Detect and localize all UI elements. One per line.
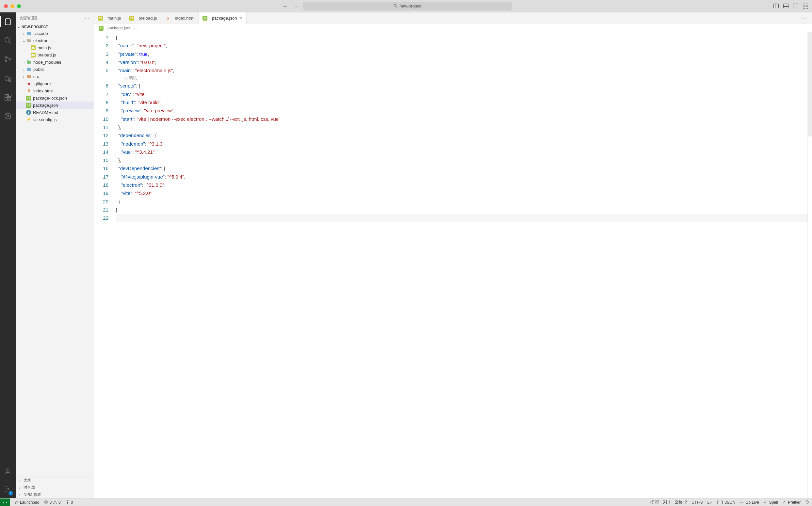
activity-remote-explorer[interactable] xyxy=(0,110,16,122)
window-controls xyxy=(4,4,21,8)
code-line: } xyxy=(116,206,807,214)
file-row[interactable]: ⬡package-lock.json xyxy=(16,94,94,101)
explorer-root[interactable]: ⌄ NEW-PROJECT xyxy=(16,24,94,30)
toggle-primary-sidebar-icon[interactable] xyxy=(773,4,779,8)
activity-settings[interactable]: 1 xyxy=(0,483,16,495)
file-row[interactable]: ◆.gitignore xyxy=(16,80,94,87)
codelens-debug[interactable]: ▷调试 xyxy=(116,74,807,82)
activity-debug[interactable] xyxy=(0,73,16,84)
status-launchpad-label: Launchpad xyxy=(20,500,39,505)
minimap-thumb[interactable] xyxy=(808,32,812,137)
source-control-icon xyxy=(4,56,12,63)
folder-icon xyxy=(26,67,31,72)
line-number: 14 xyxy=(94,148,108,156)
activity-extensions[interactable] xyxy=(0,91,16,103)
editor-tab[interactable]: JSmain.js xyxy=(94,12,125,24)
code-line: }, xyxy=(116,123,807,131)
sidebar-panel[interactable]: ›大纲 xyxy=(16,477,94,484)
breadcrumb[interactable]: ⬡ package.json › ... xyxy=(94,24,812,32)
status-indent[interactable]: 空格: 2 xyxy=(675,499,687,505)
minimize-window-button[interactable] xyxy=(10,4,14,8)
line-number: 11 xyxy=(94,123,108,131)
line-number: 18 xyxy=(94,181,108,189)
activity-scm[interactable] xyxy=(0,54,16,65)
maximize-window-button[interactable] xyxy=(17,4,21,8)
status-notifications[interactable] xyxy=(805,500,809,504)
status-problems[interactable]: 0 0 xyxy=(44,500,60,505)
search-icon xyxy=(393,4,397,8)
tab-actions: ··· xyxy=(790,12,812,24)
status-cursor[interactable]: 行 22，列 1 xyxy=(650,499,671,505)
svg-line-3 xyxy=(9,41,11,44)
customize-layout-icon[interactable] xyxy=(803,4,808,9)
tree-item-label: electron xyxy=(33,38,48,43)
svg-line-1 xyxy=(396,7,397,7)
editor-tabs: JSmain.jsJSpreload.js5index.html⬡package… xyxy=(94,12,812,24)
activity-accounts[interactable] xyxy=(0,466,16,477)
folder-row[interactable]: ›src xyxy=(16,73,94,80)
status-spell[interactable]: Spell xyxy=(764,500,778,505)
root-folder-label: NEW-PROJECT xyxy=(21,25,48,29)
sidebar-panel[interactable]: ›时间线 xyxy=(16,484,94,491)
file-row[interactable]: ⚡vite.config.js xyxy=(16,116,94,123)
file-row[interactable]: ⬡package.json xyxy=(16,101,94,109)
status-encoding[interactable]: UTF-8 xyxy=(692,500,703,505)
code-line: }, xyxy=(116,156,807,164)
minimap[interactable] xyxy=(807,32,812,498)
nav-forward-icon[interactable]: → xyxy=(294,3,299,9)
tree-item-label: main.js xyxy=(38,46,51,50)
activity-explorer[interactable] xyxy=(0,16,16,27)
code-line: "devDependencies": { xyxy=(116,164,807,172)
status-launchpad[interactable]: Launchpad xyxy=(14,500,39,505)
sidebar-panel-label: 大纲 xyxy=(23,478,31,483)
code-editor[interactable]: { "name": "new-project", "private": true… xyxy=(113,32,807,498)
code-line: "build": "vite build", xyxy=(116,98,807,106)
file-row[interactable]: JSpreload.js xyxy=(16,51,94,59)
svg-rect-12 xyxy=(8,94,11,97)
remote-icon xyxy=(4,112,12,120)
editor-tab[interactable]: 5index.html xyxy=(161,12,199,24)
activity-search[interactable] xyxy=(0,34,16,47)
folder-icon xyxy=(26,60,31,65)
status-eol[interactable]: LF xyxy=(708,500,712,505)
close-tab-icon[interactable]: × xyxy=(239,16,242,21)
status-prettier[interactable]: Prettier xyxy=(782,500,801,505)
tab-more-icon[interactable]: ··· xyxy=(803,16,808,20)
folder-icon xyxy=(26,74,31,79)
toggle-panel-icon[interactable] xyxy=(783,4,789,8)
file-row[interactable]: JSmain.js xyxy=(16,44,94,51)
file-row[interactable]: iREADME.md xyxy=(16,109,94,116)
folder-row[interactable]: ›node_modules xyxy=(16,59,94,66)
remote-indicator[interactable] xyxy=(0,499,10,506)
file-icon: JS xyxy=(31,53,35,58)
sidebar-more-icon[interactable]: ··· xyxy=(85,16,90,20)
svg-point-2 xyxy=(5,37,9,42)
close-window-button[interactable] xyxy=(4,4,8,8)
nav-back-icon[interactable]: ← xyxy=(283,3,288,9)
editor-tab[interactable]: ⬡package.json× xyxy=(199,12,246,24)
remote-icon xyxy=(3,500,7,505)
folder-row[interactable]: ›.vscode xyxy=(16,30,94,37)
command-center[interactable]: new-project xyxy=(303,2,512,10)
play-icon: ▷ xyxy=(125,74,128,82)
toggle-secondary-sidebar-icon[interactable] xyxy=(793,4,798,8)
file-icon: ⬡ xyxy=(203,16,207,20)
split-editor-icon[interactable] xyxy=(793,16,798,20)
folder-row[interactable]: ⌄electron xyxy=(16,37,94,44)
tree-item-label: preload.js xyxy=(38,53,56,58)
line-number: 22 xyxy=(94,214,108,222)
svg-point-14 xyxy=(7,115,9,117)
svg-rect-11 xyxy=(8,98,11,100)
folder-row[interactable]: ›public xyxy=(16,66,94,73)
breadcrumb-file: package.json xyxy=(107,26,132,30)
chevron-down-icon: ⌄ xyxy=(21,38,26,43)
code-line: "@vitejs/plugin-vue": "^5.0.4", xyxy=(116,173,807,181)
status-ports[interactable]: 0 xyxy=(65,500,73,505)
status-language[interactable]: { } JSON xyxy=(717,500,736,505)
status-golive[interactable]: Go Live xyxy=(740,500,759,505)
file-row[interactable]: 5index.html xyxy=(16,87,94,94)
sidebar-panel[interactable]: ›NPM 脚本 xyxy=(16,491,94,498)
file-tree: ›.vscode⌄electronJSmain.jsJSpreload.js›n… xyxy=(16,30,94,477)
editor-tab[interactable]: JSpreload.js xyxy=(125,12,161,24)
code-line: "main": "electron/main.js", xyxy=(116,66,807,74)
